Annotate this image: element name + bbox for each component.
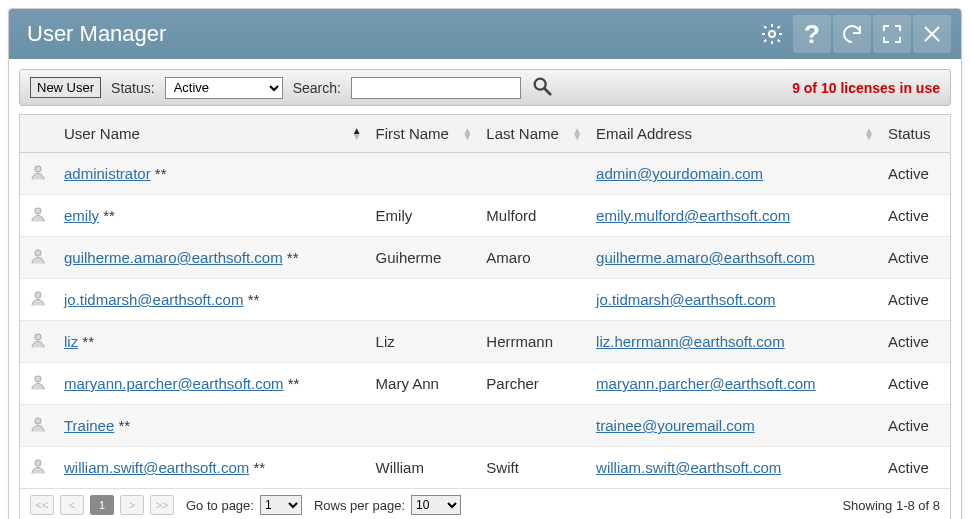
username-link[interactable]: maryann.parcher@earthsoft.com	[64, 375, 284, 392]
goto-label: Go to page:	[186, 498, 254, 513]
row-icon-cell	[20, 195, 56, 237]
username-link[interactable]: emily	[64, 207, 99, 224]
email-link[interactable]: liz.herrmann@earthsoft.com	[596, 333, 785, 350]
table-row[interactable]: liz **LizHerrmannliz.herrmann@earthsoft.…	[20, 321, 950, 363]
username-link[interactable]: administrator	[64, 165, 151, 182]
user-manager-window: User Manager ? New User Status: Active S…	[8, 8, 962, 519]
user-icon	[29, 294, 47, 311]
pager: << < 1 > >> Go to page: 1 Rows per page:…	[20, 488, 950, 519]
username-link[interactable]: Trainee	[64, 417, 114, 434]
gear-icon	[760, 22, 784, 46]
cell-lastname: Herrmann	[478, 321, 588, 363]
fullscreen-icon	[880, 22, 904, 46]
cell-username: administrator **	[56, 153, 368, 195]
user-icon	[29, 252, 47, 269]
username-link[interactable]: jo.tidmarsh@earthsoft.com	[64, 291, 243, 308]
cell-email: emily.mulford@earthsoft.com	[588, 195, 880, 237]
svg-point-8	[35, 376, 41, 382]
cell-status: Active	[880, 195, 950, 237]
user-icon	[29, 420, 47, 437]
table-row[interactable]: maryann.parcher@earthsoft.com **Mary Ann…	[20, 363, 950, 405]
cell-username: maryann.parcher@earthsoft.com **	[56, 363, 368, 405]
cell-lastname: Parcher	[478, 363, 588, 405]
refresh-button[interactable]	[833, 15, 871, 53]
status-select[interactable]: Active	[165, 77, 283, 99]
search-button[interactable]	[531, 75, 553, 100]
close-button[interactable]	[913, 15, 951, 53]
table-row[interactable]: administrator **admin@yourdomain.comActi…	[20, 153, 950, 195]
cell-username: Trainee **	[56, 405, 368, 447]
window-body: New User Status: Active Search: 9 of 10 …	[9, 59, 961, 519]
rows-select[interactable]: 10	[411, 495, 461, 515]
fullscreen-button[interactable]	[873, 15, 911, 53]
table-row[interactable]: guilherme.amaro@earthsoft.com **Guiherme…	[20, 237, 950, 279]
cell-lastname: Amaro	[478, 237, 588, 279]
cell-firstname	[368, 153, 479, 195]
cell-username: liz **	[56, 321, 368, 363]
user-grid: User Name▲▼ First Name▲▼ Last Name▲▼ Ema…	[19, 114, 951, 519]
cell-email: trainee@youremail.com	[588, 405, 880, 447]
table-row[interactable]: Trainee **trainee@youremail.comActive	[20, 405, 950, 447]
username-link[interactable]: guilherme.amaro@earthsoft.com	[64, 249, 283, 266]
svg-point-0	[769, 31, 775, 37]
username-link[interactable]: william.swift@earthsoft.com	[64, 459, 249, 476]
email-link[interactable]: trainee@youremail.com	[596, 417, 755, 434]
row-icon-cell	[20, 447, 56, 489]
email-link[interactable]: guilherme.amaro@earthsoft.com	[596, 249, 815, 266]
status-label: Status:	[111, 80, 155, 96]
cell-lastname	[478, 153, 588, 195]
row-icon-cell	[20, 279, 56, 321]
search-input[interactable]	[351, 77, 521, 99]
email-link[interactable]: emily.mulford@earthsoft.com	[596, 207, 790, 224]
col-status[interactable]: Status	[880, 115, 950, 153]
col-icon	[20, 115, 56, 153]
new-user-button[interactable]: New User	[30, 77, 101, 98]
svg-point-3	[35, 166, 41, 172]
cell-status: Active	[880, 363, 950, 405]
cell-status: Active	[880, 237, 950, 279]
email-link[interactable]: admin@yourdomain.com	[596, 165, 763, 182]
cell-firstname	[368, 405, 479, 447]
email-link[interactable]: maryann.parcher@earthsoft.com	[596, 375, 816, 392]
pager-last[interactable]: >>	[150, 495, 174, 515]
table-row[interactable]: emily **EmilyMulfordemily.mulford@earths…	[20, 195, 950, 237]
cell-firstname: Emily	[368, 195, 479, 237]
close-icon	[920, 22, 944, 46]
col-email[interactable]: Email Address▲▼	[588, 115, 880, 153]
svg-line-2	[545, 89, 551, 95]
cell-username: jo.tidmarsh@earthsoft.com **	[56, 279, 368, 321]
refresh-icon	[840, 22, 864, 46]
col-username[interactable]: User Name▲▼	[56, 115, 368, 153]
col-firstname[interactable]: First Name▲▼	[368, 115, 479, 153]
user-icon	[29, 462, 47, 479]
cell-lastname	[478, 405, 588, 447]
cell-lastname: Mulford	[478, 195, 588, 237]
pager-first[interactable]: <<	[30, 495, 54, 515]
svg-point-7	[35, 334, 41, 340]
svg-point-4	[35, 208, 41, 214]
rows-label: Rows per page:	[314, 498, 405, 513]
user-icon	[29, 168, 47, 185]
email-link[interactable]: jo.tidmarsh@earthsoft.com	[596, 291, 775, 308]
email-link[interactable]: william.swift@earthsoft.com	[596, 459, 781, 476]
row-icon-cell	[20, 153, 56, 195]
header-row: User Name▲▼ First Name▲▼ Last Name▲▼ Ema…	[20, 115, 950, 153]
table-row[interactable]: william.swift@earthsoft.com **WilliamSwi…	[20, 447, 950, 489]
cell-firstname: Mary Ann	[368, 363, 479, 405]
titlebar: User Manager ?	[9, 9, 961, 59]
pager-prev[interactable]: <	[60, 495, 84, 515]
search-label: Search:	[293, 80, 341, 96]
toolbar: New User Status: Active Search: 9 of 10 …	[19, 69, 951, 106]
settings-button[interactable]	[753, 15, 791, 53]
cell-username: guilherme.amaro@earthsoft.com **	[56, 237, 368, 279]
svg-point-6	[35, 292, 41, 298]
pager-next[interactable]: >	[120, 495, 144, 515]
goto-select[interactable]: 1	[260, 495, 302, 515]
table-row[interactable]: jo.tidmarsh@earthsoft.com **jo.tidmarsh@…	[20, 279, 950, 321]
cell-status: Active	[880, 321, 950, 363]
help-button[interactable]: ?	[793, 15, 831, 53]
username-link[interactable]: liz	[64, 333, 78, 350]
col-lastname[interactable]: Last Name▲▼	[478, 115, 588, 153]
user-icon	[29, 210, 47, 227]
pager-current[interactable]: 1	[90, 495, 114, 515]
